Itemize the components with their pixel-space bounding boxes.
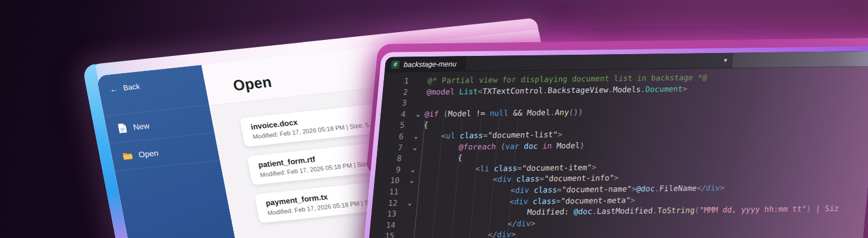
line-number: 10 <box>374 176 406 187</box>
code-text: { <box>423 120 429 131</box>
line-number: 5 <box>379 120 411 131</box>
tab-backstage-menu[interactable]: # backstage-menu <box>385 56 467 72</box>
sidebar-nav: New Open <box>104 105 220 171</box>
back-label: Back <box>122 82 140 92</box>
back-button[interactable]: ← Back <box>96 65 206 101</box>
fold-gutter <box>402 208 416 220</box>
line-number: 7 <box>377 142 409 154</box>
code-editor-area[interactable]: 1@* Partial view for displaying document… <box>367 67 868 238</box>
sidebar-item-label: Open <box>138 148 159 159</box>
fold-chevron-icon[interactable]: ⌄ <box>409 131 423 142</box>
fold-chevron-icon[interactable]: ⌄ <box>405 176 419 187</box>
line-number: 2 <box>382 87 414 98</box>
document-icon <box>117 123 128 134</box>
arrow-left-icon: ← <box>109 84 119 93</box>
fold-chevron-icon[interactable]: ⌄ <box>403 198 417 209</box>
line-number: 8 <box>376 154 408 165</box>
chevron-down-icon[interactable]: ▾ <box>724 57 728 64</box>
fold-gutter <box>412 98 426 109</box>
fold-gutter <box>410 120 424 131</box>
line-number: 6 <box>378 131 410 142</box>
code-text: </div> <box>413 230 516 238</box>
line-number: 1 <box>383 76 416 87</box>
fold-gutter <box>413 87 427 98</box>
line-number: 11 <box>373 186 405 198</box>
fold-chevron-icon[interactable]: ⌄ <box>411 109 425 120</box>
line-number: 14 <box>370 220 402 231</box>
fold-gutter <box>401 220 415 231</box>
fold-gutter <box>400 231 414 238</box>
hero-background: ← Back New Open <box>0 0 868 238</box>
line-number: 4 <box>380 109 412 120</box>
fold-gutter <box>404 186 418 198</box>
line-number: 3 <box>381 98 413 109</box>
line-number: 15 <box>369 231 401 238</box>
fold-gutter <box>414 76 429 87</box>
code-editor-window: # backstage-menu ▾ 1@* Partial view for … <box>367 51 868 238</box>
line-number: 12 <box>372 198 404 209</box>
line-number: 13 <box>371 209 403 220</box>
sidebar-item-label: New <box>133 121 150 131</box>
razor-file-icon: # <box>391 60 400 68</box>
line-number: 9 <box>375 164 407 176</box>
folder-icon <box>122 152 133 161</box>
tabbar-empty-area <box>732 51 868 68</box>
fold-gutter <box>407 153 421 164</box>
code-text: </div> <box>414 218 536 231</box>
fold-chevron-icon[interactable]: ⌄ <box>406 164 420 176</box>
fold-chevron-icon[interactable]: ⌄ <box>408 142 422 154</box>
code-window-frame: # backstage-menu ▾ 1@* Partial view for … <box>362 46 868 238</box>
tab-label: backstage-menu <box>403 60 457 68</box>
code-text: { <box>420 152 463 164</box>
